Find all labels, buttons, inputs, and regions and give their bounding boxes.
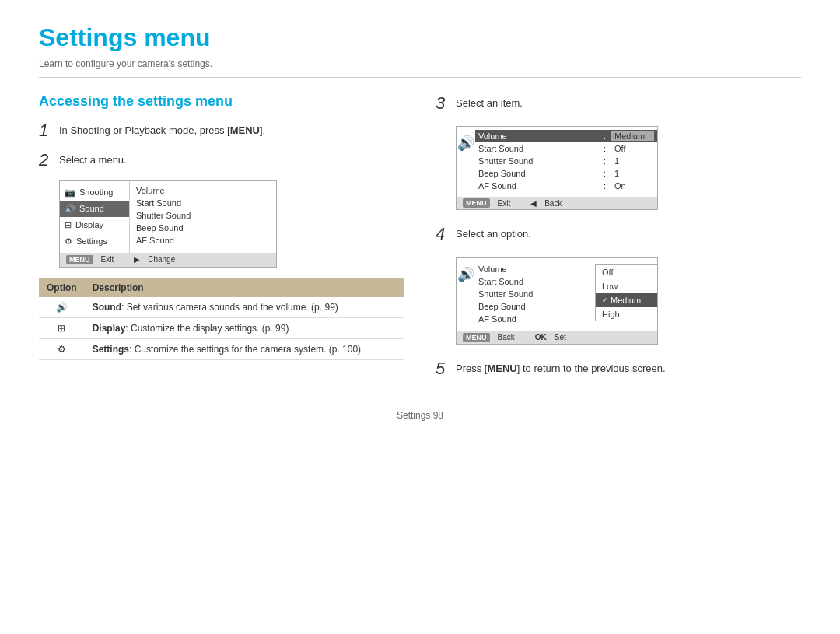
options-col-description: Description	[85, 278, 404, 297]
options-row-sound: 🔊 Sound: Set various camera sounds and t…	[39, 297, 404, 318]
cam2-back-label: Back	[544, 199, 562, 208]
page-subtitle: Learn to configure your camera's setting…	[39, 58, 801, 78]
submenu-beep-sound: Beep Sound	[136, 222, 270, 234]
options-settings-desc: Settings: Customize the settings for the…	[85, 338, 404, 359]
change-arrow: ▶	[134, 255, 140, 264]
step-1-number: 1	[39, 121, 53, 141]
cam3-label-beep-sound: Beep Sound	[478, 300, 592, 313]
cam2-row-beep-sound: Beep Sound : 1	[475, 167, 657, 180]
camera-footer-step2: MENU Exit ▶ Change	[60, 253, 276, 267]
page-footer: Settings 98	[39, 410, 801, 421]
cam3-option-low: Low	[596, 279, 657, 293]
cam3-label-volume: Volume	[478, 263, 592, 275]
step-2: 2 Select a menu.	[39, 150, 404, 170]
cam2-footer: MENU Exit ◀ Back	[457, 197, 657, 209]
cam2-sound-icon: 🔊	[457, 130, 475, 192]
left-column: Accessing the settings menu 1 In Shootin…	[39, 93, 404, 379]
cam3-option-high: High	[596, 307, 657, 321]
step-3-text: Select an item.	[456, 93, 523, 111]
check-icon: ✓	[602, 296, 608, 304]
submenu-af-sound: AF Sound	[136, 234, 270, 247]
cam3-option-off: Off	[596, 265, 657, 279]
options-table: Option Description 🔊 Sound: Set various …	[39, 278, 404, 360]
options-display-desc: Display: Customize the display settings.…	[85, 317, 404, 338]
step-3: 3 Select an item.	[436, 93, 801, 114]
step-2-text: Select a menu.	[59, 150, 127, 168]
cam2-row-af-sound: AF Sound : On	[475, 180, 657, 192]
page-title: Settings menu	[39, 23, 801, 52]
right-column: 3 Select an item. 🔊 Volume : Medium Star…	[436, 93, 801, 379]
menu-btn-exit: MENU	[66, 255, 93, 264]
cam3-option-medium: ✓Medium	[596, 293, 657, 307]
step-4-number: 4	[436, 224, 450, 244]
menu-item-settings: ⚙ Settings	[60, 233, 129, 250]
step-2-number: 2	[39, 150, 53, 170]
camera-icon: 📷	[65, 187, 75, 198]
cam2-menu-btn: MENU	[463, 198, 490, 208]
step-1-text: In Shooting or Playback mode, press [MEN…	[59, 121, 265, 138]
cam3-footer: MENU Back OK Set	[457, 331, 657, 344]
display-icon: ⊞	[65, 220, 72, 230]
menu-item-display: ⊞ Display	[60, 217, 129, 233]
camera-menu: 📷 Shooting 🔊 Sound ⊞ Display ⚙ Settings	[60, 181, 276, 253]
exit-label: Exit	[101, 255, 114, 264]
cam3-back-label: Back	[498, 333, 515, 342]
cam3-set-label: Set	[555, 333, 566, 342]
options-settings-icon: ⚙	[39, 338, 85, 359]
options-col-option: Option	[39, 278, 85, 297]
cam2-back-arrow: ◀	[530, 199, 537, 208]
step-3-number: 3	[436, 93, 450, 114]
menu-item-shooting: 📷 Shooting	[60, 184, 129, 201]
settings-icon: ⚙	[65, 236, 72, 247]
options-row-settings: ⚙ Settings: Customize the settings for t…	[39, 338, 404, 359]
step-5-number: 5	[436, 359, 450, 379]
menu-item-sound: 🔊 Sound	[60, 201, 129, 217]
cam3-label-start-sound: Start Sound	[478, 275, 592, 288]
step-4: 4 Select an option.	[436, 224, 801, 244]
cam2-row-shutter-sound: Shutter Sound : 1	[475, 155, 657, 167]
options-display-icon: ⊞	[39, 317, 85, 338]
step-5-text: Press [MENU] to return to the previous s…	[456, 359, 666, 377]
step-4-text: Select an option.	[456, 224, 531, 242]
cam3-labels: Volume Start Sound Shutter Sound Beep So…	[475, 261, 595, 327]
cam3-menu-btn: MENU	[463, 333, 490, 342]
submenu-shutter-sound: Shutter Sound	[136, 209, 270, 222]
cam2-exit-label: Exit	[498, 199, 511, 208]
camera-menu-right: Volume Start Sound Shutter Sound Beep So…	[130, 181, 276, 253]
camera-menu-left: 📷 Shooting 🔊 Sound ⊞ Display ⚙ Settings	[60, 181, 130, 253]
options-row-display: ⊞ Display: Customize the display setting…	[39, 317, 404, 338]
options-sound-desc: Sound: Set various camera sounds and the…	[85, 297, 404, 318]
camera-ui-step4: 🔊 Volume Start Sound Shutter Sound Beep …	[456, 257, 658, 345]
cam3-dropdown: Off Low ✓Medium High	[595, 264, 657, 321]
cam2-items: Volume : Medium Start Sound : Off Shutte…	[475, 130, 657, 192]
step-5: 5 Press [MENU] to return to the previous…	[436, 359, 801, 379]
camera-ui-step2: 📷 Shooting 🔊 Sound ⊞ Display ⚙ Settings	[59, 180, 277, 268]
sound-icon: 🔊	[65, 204, 75, 214]
camera-ui-step3: 🔊 Volume : Medium Start Sound : Off Shut	[456, 126, 658, 210]
cam3-label-shutter-sound: Shutter Sound	[478, 288, 592, 300]
section-heading: Accessing the settings menu	[39, 93, 404, 110]
cam3-ok-btn-label: OK	[535, 333, 547, 342]
options-sound-icon: 🔊	[39, 297, 85, 318]
cam3-sound-icon: 🔊	[457, 261, 475, 327]
cam2-row-volume: Volume : Medium	[475, 130, 657, 142]
submenu-start-sound: Start Sound	[136, 197, 270, 209]
submenu-volume: Volume	[136, 184, 270, 197]
cam3-content: 🔊 Volume Start Sound Shutter Sound Beep …	[457, 258, 657, 330]
change-label: Change	[148, 255, 175, 264]
step-1: 1 In Shooting or Playback mode, press [M…	[39, 121, 404, 141]
cam3-label-af-sound: AF Sound	[478, 313, 592, 325]
cam2-row-start-sound: Start Sound : Off	[475, 142, 657, 155]
